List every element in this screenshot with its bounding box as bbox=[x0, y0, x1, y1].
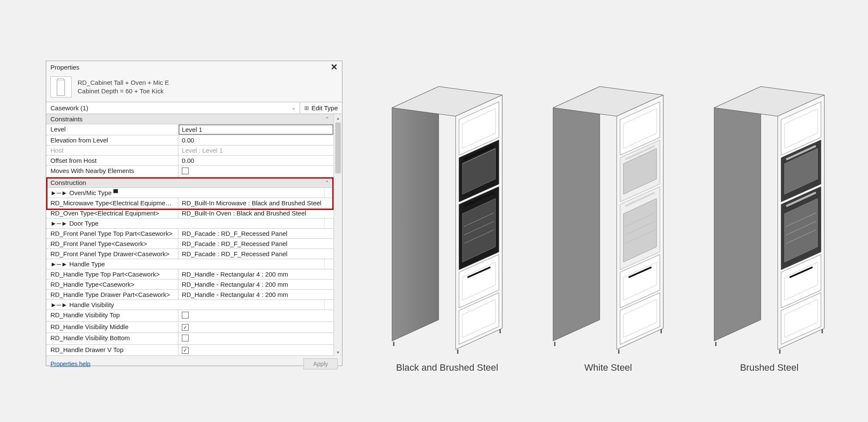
cabinet-col-3: Brushed Steel bbox=[697, 74, 841, 373]
prop-row-level[interactable]: Level Level 1 bbox=[46, 124, 334, 135]
prop-row-vis-top[interactable]: RD_Handle Visibility Top bbox=[46, 310, 334, 322]
checkbox-unchecked[interactable] bbox=[182, 168, 189, 174]
scrollbar[interactable]: ▴ ▾ bbox=[334, 114, 342, 356]
prop-label: RD_Handle Visibility Middle bbox=[46, 322, 178, 333]
checkbox-unchecked[interactable] bbox=[182, 335, 189, 341]
prop-value[interactable]: RD_Facade : RD_F_Recessed Panel bbox=[178, 239, 334, 249]
close-icon[interactable]: ✕ bbox=[331, 63, 338, 71]
caption-2: White Steel bbox=[584, 362, 632, 373]
prop-value[interactable]: 0.00 bbox=[178, 135, 334, 145]
prop-row-host: Host Level : Level 1 bbox=[46, 145, 334, 156]
svg-marker-28 bbox=[553, 87, 600, 341]
prop-row-elevation[interactable]: Elevation from Level 0.00 bbox=[46, 135, 334, 145]
prop-value[interactable] bbox=[178, 333, 334, 344]
prop-label: RD_Handle Visibility Bottom bbox=[46, 333, 178, 344]
properties-panel: Properties ✕ RD_Cabinet Tall + Oven + Mi… bbox=[46, 61, 342, 366]
prop-row-vis-mid[interactable]: RD_Handle Visibility Middle ✓ bbox=[46, 322, 334, 333]
type-thumbnail[interactable] bbox=[50, 76, 72, 98]
prop-value: Level : Level 1 bbox=[178, 145, 334, 155]
selection-label: Casework (1) bbox=[50, 104, 88, 112]
subheader-oven-mic: ►─► Oven/Mic Type ▀ bbox=[46, 188, 334, 198]
group-label: Constraints bbox=[50, 115, 83, 123]
prop-row-moves[interactable]: Moves With Nearby Elements bbox=[46, 166, 334, 178]
subheader-handle-visibility: ►─► Handle Visibility bbox=[46, 300, 334, 310]
checkbox-checked[interactable]: ✓ bbox=[182, 324, 189, 331]
cabinet-col-1: Black and Brushed Steel bbox=[375, 74, 519, 373]
prop-row-handle-top[interactable]: RD_Handle Type Top Part<Casework> RD_Han… bbox=[46, 269, 334, 279]
prop-row-handle-drawer[interactable]: RD_Handle Type Drawer Part<Casework> RD_… bbox=[46, 290, 334, 300]
subheader-handle-type: ►─► Handle Type bbox=[46, 259, 334, 269]
prop-label: Level bbox=[46, 124, 178, 135]
prop-value[interactable]: RD_Facade : RD_F_Recessed Panel bbox=[178, 229, 334, 238]
svg-marker-51 bbox=[714, 87, 761, 341]
prop-row-offset[interactable]: Offset from Host 0.00 bbox=[46, 156, 334, 166]
prop-value[interactable] bbox=[178, 166, 334, 177]
prop-row-vis-bottom[interactable]: RD_Handle Visibility Bottom bbox=[46, 333, 334, 345]
prop-value[interactable]: ✓ bbox=[178, 345, 334, 355]
cabinet-render-black bbox=[384, 74, 511, 345]
apply-button[interactable]: Apply bbox=[303, 358, 338, 369]
scroll-down-icon[interactable]: ▾ bbox=[334, 348, 342, 356]
prop-label: RD_Handle Visibility Top bbox=[46, 310, 178, 321]
selection-combo[interactable]: Casework (1) ⌄ bbox=[46, 102, 300, 114]
prop-label: RD_Microwave Type<Electrical Equipment> bbox=[46, 198, 178, 208]
prop-value[interactable] bbox=[178, 310, 334, 321]
type-name: RD_Cabinet Tall + Oven + Mic E bbox=[78, 78, 169, 87]
prop-value[interactable]: RD_Facade : RD_F_Recessed Panel bbox=[178, 249, 334, 259]
caption-1: Black and Brushed Steel bbox=[396, 362, 498, 373]
prop-row-handle-mid[interactable]: RD_Handle Type<Casework> RD_Handle - Rec… bbox=[46, 279, 334, 290]
prop-row-front-top[interactable]: RD_Front Panel Type Top Part<Casework> R… bbox=[46, 229, 334, 239]
group-header-construction[interactable]: Construction ⌃ bbox=[46, 178, 334, 188]
prop-label: ►─► Handle Visibility bbox=[46, 300, 324, 310]
prop-value[interactable]: RD_Built-In Oven : Black and Brushed Ste… bbox=[178, 208, 334, 218]
group-header-constraints[interactable]: Constraints ⌃ bbox=[46, 114, 334, 124]
prop-label: RD_Oven Type<Electrical Equipment> bbox=[46, 208, 178, 218]
type-subline: Cabinet Depth = 60 + Toe Kick bbox=[78, 87, 169, 95]
panel-title: Properties bbox=[50, 64, 79, 71]
properties-help-link[interactable]: Properties help bbox=[50, 361, 90, 367]
collapse-icon: ⌃ bbox=[325, 116, 329, 122]
panel-footer: Properties help Apply bbox=[46, 356, 342, 374]
edit-type-button[interactable]: ⊞ Edit Type bbox=[300, 102, 342, 114]
prop-label: RD_Handle Type<Casework> bbox=[46, 279, 178, 289]
scroll-thumb[interactable] bbox=[335, 123, 341, 173]
checkbox-unchecked[interactable] bbox=[182, 312, 189, 319]
render-stage: Black and Brushed Steel bbox=[375, 51, 841, 373]
prop-label: RD_Handle Drawer V Top bbox=[46, 345, 178, 355]
prop-label: RD_Front Panel Type Drawer<Casework> bbox=[46, 249, 178, 259]
cabinet-col-2: White Steel bbox=[536, 74, 680, 373]
prop-value[interactable]: RD_Handle - Rectangular 4 : 200 mm bbox=[178, 279, 334, 289]
prop-label: Moves With Nearby Elements bbox=[46, 166, 178, 177]
prop-value[interactable]: Level 1 bbox=[179, 125, 333, 134]
subheader-door-type: ►─► Door Type bbox=[46, 218, 334, 229]
scroll-up-icon[interactable]: ▴ bbox=[334, 114, 342, 122]
prop-label: Offset from Host bbox=[46, 156, 178, 165]
prop-row-front-mid[interactable]: RD_Front Panel Type<Casework> RD_Facade … bbox=[46, 239, 334, 249]
prop-label: ►─► Handle Type bbox=[46, 259, 324, 269]
prop-value[interactable]: 0.00 bbox=[178, 156, 334, 165]
caption-3: Brushed Steel bbox=[740, 362, 798, 373]
prop-label: Host bbox=[46, 145, 178, 155]
property-scroll-area: Constraints ⌃ Level Level 1 Elevation fr… bbox=[46, 114, 342, 356]
title-bar: Properties ✕ bbox=[46, 61, 342, 73]
edit-type-icon: ⊞ bbox=[304, 105, 309, 111]
edit-type-label: Edit Type bbox=[312, 104, 338, 112]
svg-marker-4 bbox=[392, 87, 439, 341]
prop-label: RD_Handle Type Top Part<Casework> bbox=[46, 269, 178, 279]
checkbox-checked[interactable]: ✓ bbox=[182, 347, 189, 354]
svg-marker-0 bbox=[57, 79, 64, 95]
prop-value[interactable]: RD_Handle - Rectangular 4 : 200 mm bbox=[178, 290, 334, 299]
prop-row-oven-type[interactable]: RD_Oven Type<Electrical Equipment> RD_Bu… bbox=[46, 208, 334, 218]
prop-value[interactable]: ✓ bbox=[178, 322, 334, 333]
prop-value[interactable]: RD_Handle - Rectangular 4 : 200 mm bbox=[178, 269, 334, 279]
prop-label: Elevation from Level bbox=[46, 135, 178, 145]
selector-row: Casework (1) ⌄ ⊞ Edit Type bbox=[46, 102, 342, 114]
prop-label: RD_Front Panel Type Top Part<Casework> bbox=[46, 229, 178, 238]
prop-row-microwave-type[interactable]: RD_Microwave Type<Electrical Equipment> … bbox=[46, 198, 334, 208]
prop-row-front-drawer[interactable]: RD_Front Panel Type Drawer<Casework> RD_… bbox=[46, 249, 334, 259]
prop-label: ►─► Oven/Mic Type ▀ bbox=[46, 188, 324, 198]
cabinet-render-white bbox=[545, 74, 672, 345]
chevron-down-icon: ⌄ bbox=[292, 105, 295, 111]
prop-row-drawer-vtop[interactable]: RD_Handle Drawer V Top ✓ bbox=[46, 345, 334, 356]
prop-value[interactable]: RD_Built-In Microwave : Black and Brushe… bbox=[178, 198, 334, 208]
